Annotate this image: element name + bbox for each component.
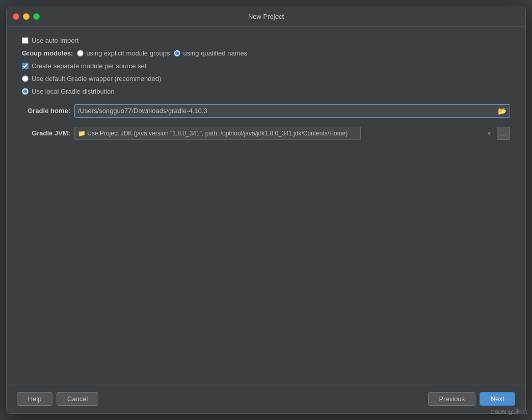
- maximize-button[interactable]: [33, 13, 40, 20]
- watermark: CSDN @浮~沉: [490, 408, 528, 416]
- content-area: Use auto-import Group modules: using exp…: [7, 26, 525, 384]
- local-gradle-label: Use local Gradle distribution: [32, 88, 115, 95]
- footer-right: Previous Next: [428, 392, 515, 406]
- cancel-button[interactable]: Cancel: [57, 392, 98, 406]
- minimize-button[interactable]: [23, 13, 30, 20]
- group-modules-qualified-option: using qualified names: [174, 49, 247, 57]
- group-modules-label: Group modules:: [22, 49, 73, 57]
- default-gradle-radio[interactable]: [22, 75, 29, 82]
- help-button[interactable]: Help: [17, 392, 52, 406]
- auto-import-row: Use auto-import: [22, 37, 510, 44]
- traffic-lights: [13, 13, 40, 20]
- separate-module-label: Create separate module per source set: [32, 62, 146, 70]
- new-project-window: New Project Use auto-import Group module…: [6, 7, 526, 414]
- gradle-jvm-dropdown-wrapper: 📁 Use Project JDK (java version "1.8.0_3…: [74, 127, 510, 140]
- auto-import-checkbox[interactable]: [22, 37, 29, 44]
- previous-button[interactable]: Previous: [428, 392, 475, 406]
- gradle-jvm-outer: 📁 Use Project JDK (java version "1.8.0_3…: [74, 127, 495, 140]
- group-modules-qualified-label: using qualified names: [183, 49, 247, 57]
- separate-module-checkbox[interactable]: [22, 63, 29, 69]
- gradle-home-input[interactable]: [74, 104, 510, 118]
- chevron-down-icon: ▼: [487, 130, 492, 136]
- footer: Help Cancel Previous Next: [7, 384, 525, 413]
- separate-module-row: Create separate module per source set: [22, 62, 510, 70]
- gradle-home-label: Gradle home:: [22, 107, 70, 115]
- footer-left: Help Cancel: [17, 392, 98, 406]
- gradle-jvm-more-button[interactable]: ...: [497, 127, 510, 140]
- close-button[interactable]: [13, 13, 19, 20]
- default-gradle-row: Use default Gradle wrapper (recommended): [22, 75, 510, 82]
- gradle-jvm-select[interactable]: 📁 Use Project JDK (java version "1.8.0_3…: [74, 127, 361, 140]
- next-button[interactable]: Next: [480, 392, 515, 406]
- group-modules-explicit-label: using explicit module groups: [86, 49, 170, 57]
- group-modules-row: Group modules: using explicit module gro…: [22, 49, 510, 57]
- form-section: Use auto-import Group modules: using exp…: [22, 37, 510, 140]
- gradle-home-row: Gradle home: 📂: [22, 104, 510, 118]
- auto-import-label: Use auto-import: [32, 37, 78, 44]
- group-modules-explicit-option: using explicit module groups: [77, 49, 170, 57]
- window-title: New Project: [248, 13, 284, 20]
- title-bar: New Project: [7, 7, 525, 26]
- gradle-jvm-row: Gradle JVM: 📁 Use Project JDK (java vers…: [22, 127, 510, 140]
- default-gradle-label: Use default Gradle wrapper (recommended): [32, 75, 161, 82]
- group-modules-qualified-radio[interactable]: [174, 50, 180, 57]
- gradle-jvm-label: Gradle JVM:: [22, 129, 70, 137]
- local-gradle-row: Use local Gradle distribution: [22, 88, 510, 95]
- group-modules-explicit-radio[interactable]: [77, 50, 84, 57]
- gradle-home-folder-button[interactable]: 📂: [496, 106, 509, 116]
- local-gradle-radio[interactable]: [22, 88, 29, 95]
- gradle-home-input-wrapper: 📂: [74, 104, 510, 118]
